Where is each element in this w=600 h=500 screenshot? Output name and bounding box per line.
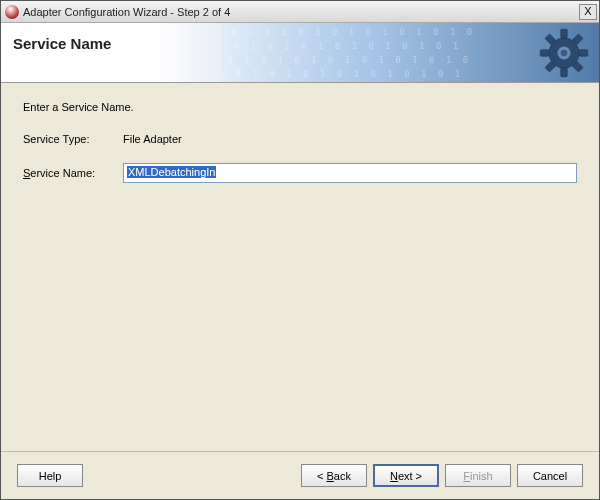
svg-rect-4 (579, 49, 588, 55)
gear-icon (537, 26, 591, 80)
cancel-button[interactable]: Cancel (517, 464, 583, 487)
titlebar-text: Adapter Configuration Wizard - Step 2 of… (23, 6, 579, 18)
app-icon (5, 5, 19, 19)
service-type-value: File Adapter (123, 133, 182, 145)
banner-graphic: 0 1 0 1 0 1 0 1 0 1 0 1 0 1 0 1 0 1 0 1 … (221, 23, 599, 82)
svg-point-10 (561, 49, 567, 55)
instruction-text: Enter a Service Name. (23, 101, 577, 113)
svg-rect-2 (561, 68, 567, 77)
close-button[interactable]: X (579, 4, 597, 20)
service-type-label: Service Type: (23, 133, 123, 145)
svg-rect-1 (561, 29, 567, 38)
service-name-value: XMLDebatchingIn (127, 166, 216, 178)
help-button[interactable]: Help (17, 464, 83, 487)
content-area: Enter a Service Name. Service Type: File… (1, 83, 599, 451)
service-name-row: Service Name: XMLDebatchingIn (23, 163, 577, 183)
page-title: Service Name (13, 35, 111, 52)
service-name-label: Service Name: (23, 167, 123, 179)
titlebar: Adapter Configuration Wizard - Step 2 of… (1, 1, 599, 23)
finish-button: Finish (445, 464, 511, 487)
svg-rect-3 (540, 49, 549, 55)
banner: Service Name 0 1 0 1 0 1 0 1 0 1 0 1 0 1… (1, 23, 599, 83)
wizard-window: Adapter Configuration Wizard - Step 2 of… (0, 0, 600, 500)
footer: Help < Back Next > Finish Cancel (1, 451, 599, 499)
back-button[interactable]: < Back (301, 464, 367, 487)
next-button[interactable]: Next > (373, 464, 439, 487)
service-type-row: Service Type: File Adapter (23, 133, 577, 145)
banner-left: Service Name (1, 23, 221, 82)
service-name-input[interactable]: XMLDebatchingIn (123, 163, 577, 183)
